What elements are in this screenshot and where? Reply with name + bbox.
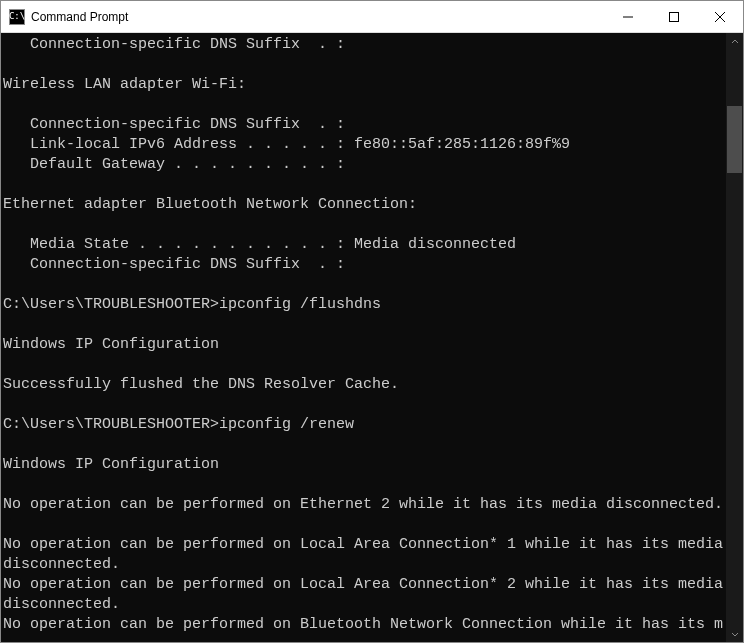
command-prompt-icon: C:\ <box>9 9 25 25</box>
maximize-icon <box>669 12 679 22</box>
minimize-icon <box>623 12 633 22</box>
close-icon <box>715 12 725 22</box>
titlebar[interactable]: C:\ Command Prompt <box>1 1 743 33</box>
window-title: Command Prompt <box>31 10 605 24</box>
close-button[interactable] <box>697 1 743 32</box>
window-controls <box>605 1 743 32</box>
svg-rect-1 <box>670 12 679 21</box>
scroll-up-arrow-icon[interactable] <box>726 33 743 50</box>
maximize-button[interactable] <box>651 1 697 32</box>
minimize-button[interactable] <box>605 1 651 32</box>
scroll-down-arrow-icon[interactable] <box>726 625 743 642</box>
console-output[interactable]: Connection-specific DNS Suffix . : Wirel… <box>1 33 726 642</box>
scrollbar-thumb[interactable] <box>727 106 742 173</box>
console-area: Connection-specific DNS Suffix . : Wirel… <box>1 33 743 642</box>
vertical-scrollbar[interactable] <box>726 33 743 642</box>
